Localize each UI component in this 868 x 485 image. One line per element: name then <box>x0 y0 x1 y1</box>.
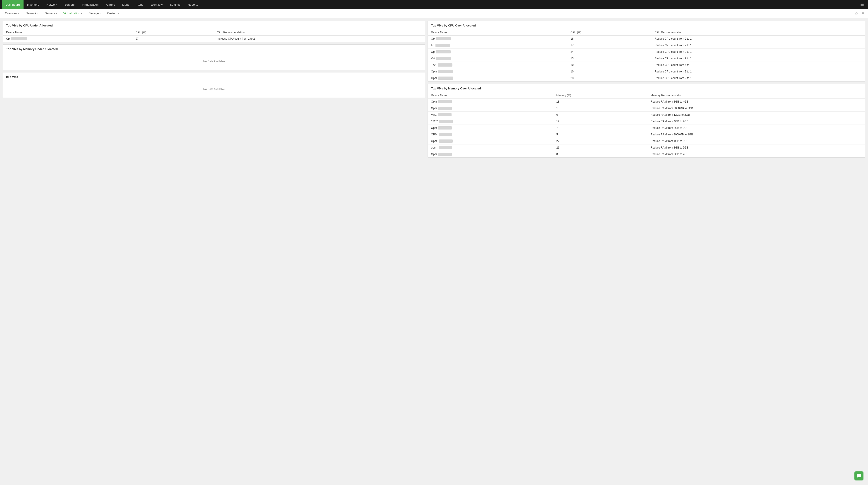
memory-recommendation: Reduce RAM from 8GB to 2GB <box>647 125 865 131</box>
cpu-value: 18 <box>567 35 652 42</box>
chevron-down-icon: ▾ <box>99 12 101 15</box>
cpu-recommendation: Reduce CPU count from 2 to 1 <box>652 75 865 82</box>
right-column: Top VMs by CPU Over Allocated Device Nam… <box>428 21 865 482</box>
nav-workflow[interactable]: Workflow <box>147 0 166 9</box>
device-name-bar <box>439 133 452 136</box>
nav-servers[interactable]: Servers <box>61 0 78 9</box>
col-device-name: Device Name ↑ <box>428 92 553 98</box>
cpu-over-table: Device Name ↑ CPU (%) CPU Recommendation… <box>428 29 865 81</box>
cpu-value: 17 <box>567 42 652 49</box>
device-name-bar <box>438 126 452 130</box>
favorite-star-icon[interactable]: ☆ <box>853 11 860 16</box>
chevron-down-icon: ▾ <box>118 12 119 15</box>
col-memory-rec: Memory Recommendation <box>647 92 865 98</box>
device-name-bar <box>438 152 452 156</box>
col-memory-pct: Memory (%) <box>553 92 647 98</box>
device-name-cell: Opm <box>428 68 567 75</box>
table-row: Opm 18 Reduce RAM from 8GB to 4GB <box>428 98 865 105</box>
device-name-bar <box>438 100 452 103</box>
nav-inventory[interactable]: Inventory <box>24 0 43 9</box>
memory-value: 5 <box>553 131 647 138</box>
memory-over-title: Top VMs by Memory Over Allocated <box>428 84 865 92</box>
table-row: Op 18 Reduce CPU count from 2 to 1 <box>428 35 865 42</box>
sort-icon: ↑ <box>24 31 25 34</box>
subnav-servers[interactable]: Servers ▾ <box>42 9 60 18</box>
cpu-value: 10 <box>567 68 652 75</box>
device-name-cell: Op <box>3 35 132 42</box>
device-name-cell: OPM <box>428 131 553 138</box>
subnav-custom[interactable]: Custom ▾ <box>104 9 122 18</box>
nav-reports[interactable]: Reports <box>184 0 202 9</box>
table-row: Opm 8 Reduce RAM from 8GB to 2GB <box>428 151 865 158</box>
memory-recommendation: Reduce RAM from 4GB to 2GB <box>647 118 865 125</box>
memory-under-panel: Top VMs by Memory Under Allocated No Dat… <box>3 45 425 70</box>
subnav-storage[interactable]: Storage ▾ <box>85 9 104 18</box>
subnav-overview[interactable]: Overview ▾ <box>2 9 22 18</box>
chevron-down-icon: ▾ <box>18 12 19 15</box>
sort-icon: ↑ <box>448 31 450 34</box>
table-row: Op 24 Reduce CPU count from 2 to 1 <box>428 49 865 55</box>
device-name-bar <box>438 113 452 116</box>
cpu-recommendation: Reduce CPU count from 2 to 1 <box>652 42 865 49</box>
table-row: Opm 23 Reduce CPU count from 2 to 1 <box>428 75 865 82</box>
top-navigation: Dashboard Inventory Network Servers Virt… <box>0 0 868 9</box>
nav-dashboard[interactable]: Dashboard <box>2 0 24 9</box>
table-row: Opm- 27 Reduce RAM from 4GB to 3GB <box>428 138 865 144</box>
col-cpu-pct: CPU (%) <box>567 29 652 35</box>
col-device-name: Device Name ↑ <box>428 29 567 35</box>
table-row: Op 97 Increase CPU count from 1 to 2 <box>3 35 425 42</box>
device-name-bar <box>435 44 450 47</box>
memory-recommendation: Reduce RAM from 12GB to 2GB <box>647 112 865 118</box>
table-row: 172.2 12 Reduce RAM from 4GB to 2GB <box>428 118 865 125</box>
memory-over-panel: Top VMs by Memory Over Allocated Device … <box>428 84 865 158</box>
subnav-virtualization[interactable]: Virtualization ▾ <box>60 9 85 18</box>
table-row: Virt 13 Reduce CPU count from 2 to 1 <box>428 55 865 62</box>
memory-recommendation: Reduce RAM from 8000MB to 1GB <box>647 131 865 138</box>
chevron-down-icon: ▾ <box>56 12 57 15</box>
device-name-cell: Virt <box>428 55 567 62</box>
device-name-bar <box>436 37 451 40</box>
subnav-network[interactable]: Network ▾ <box>22 9 42 18</box>
table-row: Opm 10 Reduce CPU count from 2 to 1 <box>428 68 865 75</box>
cpu-recommendation: Reduce CPU count from 2 to 1 <box>652 55 865 62</box>
device-name-bar <box>438 107 452 110</box>
idle-vms-panel: Idle VMs No Data Available <box>3 72 425 98</box>
table-row: Virt1 6 Reduce RAM from 12GB to 2GB <box>428 112 865 118</box>
nav-apps[interactable]: Apps <box>133 0 147 9</box>
menu-icon[interactable]: ☰ <box>858 2 866 7</box>
device-name-bar <box>439 140 453 143</box>
table-row: opm- 21 Reduce RAM from 8GB to 5GB <box>428 144 865 151</box>
nav-network[interactable]: Network <box>43 0 61 9</box>
device-name-cell: 172.2 <box>428 118 553 125</box>
memory-under-title: Top VMs by Memory Under Allocated <box>3 45 425 53</box>
nav-maps[interactable]: Maps <box>119 0 133 9</box>
device-name-cell: Opm- <box>428 138 553 144</box>
device-name-cell: opm- <box>428 144 553 151</box>
table-row: Opm 7 Reduce RAM from 8GB to 2GB <box>428 125 865 131</box>
cpu-value: 97 <box>132 35 214 42</box>
memory-value: 18 <box>553 98 647 105</box>
col-cpu-pct: CPU (%) <box>132 29 214 35</box>
memory-value: 12 <box>553 118 647 125</box>
device-name-cell: Ito <box>428 42 567 49</box>
nav-settings[interactable]: Settings <box>166 0 184 9</box>
device-name-bar <box>439 120 453 123</box>
chat-icon[interactable] <box>855 472 864 481</box>
device-name-cell: Op <box>428 35 567 42</box>
col-device-name: Device Name ↑ <box>3 29 132 35</box>
col-cpu-rec: CPU Recommendation <box>214 29 425 35</box>
cpu-value: 23 <box>567 75 652 82</box>
device-name-cell: Opm <box>428 151 553 158</box>
memory-value: 6 <box>553 112 647 118</box>
device-name-cell: Opm <box>428 75 567 82</box>
device-name-cell: Opm <box>428 105 553 112</box>
layout-icon[interactable]: ≡ <box>860 11 866 16</box>
idle-vms-no-data: No Data Available <box>3 81 425 97</box>
cpu-recommendation: Reduce CPU count from 4 to 1 <box>652 62 865 68</box>
nav-alarms[interactable]: Alarms <box>102 0 119 9</box>
cpu-under-panel: Top VMs by CPU Under Allocated Device Na… <box>3 21 425 42</box>
idle-vms-title: Idle VMs <box>3 73 425 81</box>
table-row: Ito 17 Reduce CPU count from 2 to 1 <box>428 42 865 49</box>
col-cpu-rec: CPU Recommendation <box>652 29 865 35</box>
nav-virtualization[interactable]: Virtualization <box>78 0 102 9</box>
